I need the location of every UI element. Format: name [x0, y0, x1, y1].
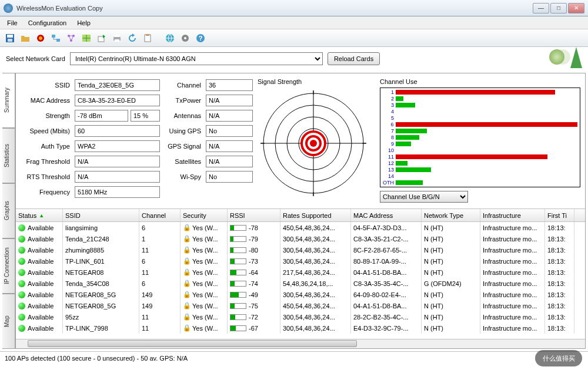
svg-rect-6 [56, 39, 60, 42]
rssi-bar-icon [230, 325, 246, 331]
channel-use-panel: Channel Use 1234567891011121314OTH Chann… [380, 78, 580, 204]
channel-number: 4 [383, 109, 396, 115]
col-infrastructure[interactable]: Infrastructure [480, 209, 545, 221]
settings-icon[interactable] [179, 32, 192, 45]
frequency-value: 5180 MHz [75, 186, 160, 198]
table-row[interactable]: Available Tenda_21C2481 🔒Yes (W... -79 3… [16, 233, 585, 244]
col-rates[interactable]: Rates Supported [280, 209, 351, 221]
map-icon[interactable] [80, 32, 93, 45]
channel-bar-row: 1 [383, 89, 577, 96]
table-row[interactable]: Available NETGEAR08_5G149 🔒Yes (W... -75… [16, 300, 585, 311]
table-row[interactable]: Available zhuming888511 🔒Yes (W... -80 3… [16, 244, 585, 255]
table-row[interactable]: Available TP-LINK_6016 🔒Yes (W... -73 30… [16, 255, 585, 267]
channel-number: 7 [383, 128, 396, 134]
close-button[interactable]: ✕ [568, 3, 584, 14]
strength-pct-value: 15 % [131, 110, 160, 122]
txpower-label: TxPower [162, 97, 203, 104]
globe-icon[interactable] [163, 32, 176, 45]
record-icon[interactable] [34, 32, 47, 45]
mac-label: MAC Address [21, 97, 72, 104]
channel-use-select[interactable]: Channel Use B/G/N [380, 191, 468, 203]
lock-icon: 🔒 [183, 257, 191, 265]
ssid-value: Tenda_23E0E8_5G [75, 79, 160, 91]
lock-icon: 🔒 [183, 280, 191, 287]
help-icon[interactable]: ? [194, 32, 207, 45]
table-row[interactable]: Available Tenda_354C086 🔒Yes (W... -74 5… [16, 278, 585, 289]
status-led-icon [18, 314, 25, 321]
tab-map[interactable]: Map [2, 294, 15, 349]
col-ssid[interactable]: SSID [63, 209, 139, 221]
channel-value: 36 [206, 79, 253, 91]
wispy-label: Wi-Spy [162, 173, 203, 180]
channel-bar [396, 103, 415, 107]
channel-number: 6 [383, 122, 396, 127]
table-row[interactable]: Available NETGEAR0811 🔒Yes (W... -64 217… [16, 267, 585, 278]
channel-number: OTH [383, 180, 396, 186]
status-led-icon [18, 302, 25, 310]
svg-point-4 [39, 36, 42, 40]
channel-bar-row: 14 [383, 173, 577, 179]
menu-configuration[interactable]: Configuration [24, 18, 71, 28]
nodes-icon[interactable] [65, 32, 78, 45]
svg-point-36 [310, 140, 317, 147]
channel-bar-row: 13 [383, 166, 577, 173]
status-led-icon [18, 224, 25, 231]
col-status[interactable]: Status▲ [16, 209, 63, 221]
col-security[interactable]: Security [181, 209, 228, 221]
lock-icon: 🔒 [183, 324, 191, 332]
tab-graphs[interactable]: Graphs [2, 183, 15, 238]
svg-text:?: ? [199, 35, 203, 42]
table-row[interactable]: Available TP-LINK_799811 🔒Yes (W... -67 … [16, 322, 585, 334]
col-network-type[interactable]: Network Type [422, 209, 480, 221]
clipboard-icon[interactable] [141, 32, 154, 45]
antennas-label: Antennas [162, 112, 203, 119]
watermark: 什么值得买 [535, 350, 582, 366]
rssi-bar-icon [230, 225, 246, 231]
col-first-time[interactable]: First Ti [545, 209, 574, 221]
channel-number: 13 [383, 167, 396, 173]
col-rssi[interactable]: RSSI [228, 209, 280, 221]
scrollbar-thumb[interactable] [28, 340, 357, 347]
rts-value: N/A [75, 171, 160, 183]
save-icon[interactable] [4, 32, 16, 45]
table-row[interactable]: Available liangsiming6 🔒Yes (W... -78 45… [16, 222, 585, 233]
col-mac[interactable]: MAC Address [351, 209, 422, 221]
export-icon[interactable] [95, 32, 108, 45]
rssi-bar-icon [230, 247, 246, 253]
menu-file[interactable]: File [2, 18, 22, 28]
svg-rect-5 [52, 35, 55, 38]
horizontal-scrollbar[interactable] [16, 339, 585, 348]
tab-ip-connection[interactable]: IP Connection [2, 238, 15, 294]
menu-help[interactable]: Help [72, 18, 95, 28]
open-icon[interactable] [19, 32, 32, 45]
channel-number: 12 [383, 160, 396, 166]
maximize-button[interactable]: □ [550, 3, 567, 14]
frag-value: N/A [75, 156, 160, 167]
rssi-bar-icon [230, 303, 246, 309]
network-icon[interactable] [49, 32, 62, 45]
print-icon[interactable] [111, 32, 123, 45]
rssi-bar-icon [230, 270, 246, 275]
channel-number: 10 [383, 147, 396, 153]
col-channel[interactable]: Channel [139, 209, 181, 221]
minimize-button[interactable]: — [533, 3, 549, 14]
tab-summary[interactable]: Summary [2, 73, 15, 128]
channel-bar [396, 135, 419, 140]
lock-icon: 🔒 [183, 246, 191, 254]
svg-rect-16 [146, 34, 149, 36]
tab-statistics[interactable]: Statistics [2, 128, 15, 183]
status-led-icon [18, 258, 25, 265]
network-card-select[interactable]: Intel(R) Centrino(R) Ultimate-N 6300 AGN [70, 52, 323, 65]
channel-bar-row: 12 [383, 160, 577, 166]
reload-cards-button[interactable]: Reload Cards [328, 52, 380, 65]
refresh-icon[interactable] [126, 32, 139, 45]
status-led-icon [18, 247, 25, 254]
frag-label: Frag Threshold [21, 158, 72, 165]
table-row[interactable]: Available NETGEAR08_5G149 🔒Yes (W... -49… [16, 289, 585, 300]
channel-bar-row: OTH [383, 179, 577, 186]
status-led-icon [18, 236, 25, 243]
table-row[interactable]: Available 95zz11 🔒Yes (W... -72 300,54,4… [16, 311, 585, 322]
channel-number: 5 [383, 115, 396, 121]
channel-bar-row: 7 [383, 128, 577, 134]
table-body[interactable]: Available liangsiming6 🔒Yes (W... -78 45… [16, 222, 585, 339]
